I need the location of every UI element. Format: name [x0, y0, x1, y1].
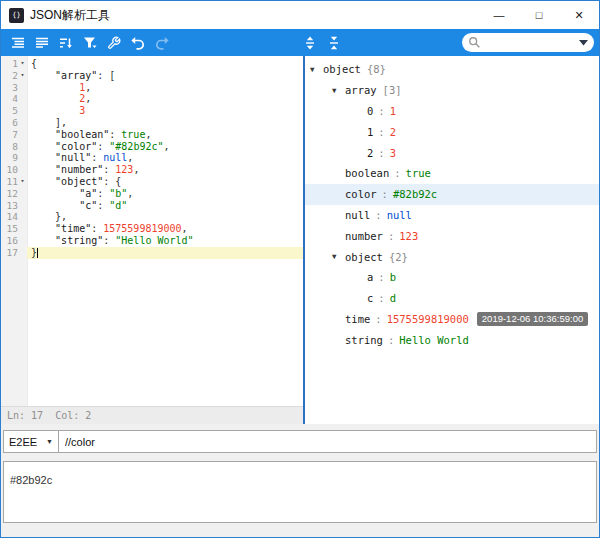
editor-line[interactable]: 1▾{	[1, 58, 303, 70]
json-code-editor[interactable]: 1▾{2▾ "array": [3 1,4 2,5 36 ],7 "boolea…	[1, 56, 303, 424]
line-number: 7	[1, 129, 18, 141]
tree-key[interactable]: 1	[367, 126, 373, 138]
fold-toggle-icon[interactable]: ▾	[18, 58, 27, 70]
editor-line[interactable]: 2▾ "array": [	[1, 70, 303, 82]
tree-value[interactable]: 2	[390, 126, 396, 138]
editor-line[interactable]: 14 },	[1, 211, 303, 223]
sort-button[interactable]	[54, 32, 77, 54]
code-token: ,	[145, 129, 151, 140]
tree-row[interactable]: 0:1	[305, 101, 599, 122]
tree-key[interactable]: color	[345, 188, 377, 200]
collapse-node-icon[interactable]: ▼	[331, 86, 345, 95]
close-button[interactable]: ✕	[559, 1, 599, 29]
tree-row[interactable]: ▼object{8}	[305, 59, 599, 80]
editor-line[interactable]: 13 "c": "d"	[1, 200, 303, 212]
code-line: "number": 123,	[27, 164, 303, 176]
line-number: 8	[1, 141, 18, 153]
search-box[interactable]	[462, 33, 594, 52]
tree-row[interactable]: ▼object{2}	[305, 246, 599, 267]
tree-value[interactable]: b	[390, 271, 396, 283]
tree-value[interactable]: 123	[399, 230, 418, 242]
tree-row[interactable]: ▼array[3]	[305, 80, 599, 101]
tree-row[interactable]: c:d	[305, 288, 599, 309]
tree-key[interactable]: 0	[367, 105, 373, 117]
tree-value[interactable]: true	[406, 167, 431, 179]
tree-key[interactable]: boolean	[345, 167, 389, 179]
json-tree-view[interactable]: ▼object{8}▼array[3]0:11:22:3boolean:true…	[305, 56, 599, 424]
line-number: 6	[1, 117, 18, 129]
collapse-all-button[interactable]	[322, 32, 345, 54]
tree-value[interactable]: d	[390, 292, 396, 304]
repair-button[interactable]	[102, 32, 125, 54]
editor-line[interactable]: 12 "a": "b",	[1, 188, 303, 200]
tree-row[interactable]: time:15755998190002019-12-06 10:36:59:00	[305, 309, 599, 330]
text-cursor	[37, 248, 38, 258]
editor-line[interactable]: 4 2,	[1, 93, 303, 105]
tree-key[interactable]: array	[345, 84, 377, 96]
maximize-button[interactable]: □	[519, 1, 559, 29]
tree-value[interactable]: Hello World	[399, 334, 469, 346]
editor-lines[interactable]: 1▾{2▾ "array": [3 1,4 2,5 36 ],7 "boolea…	[1, 56, 303, 406]
tree-key[interactable]: object	[323, 63, 361, 75]
line-number: 16	[1, 235, 18, 247]
editor-line[interactable]: 8 "color": "#82b92c",	[1, 141, 303, 153]
tree-row[interactable]: color:#82b92c	[305, 184, 599, 205]
tree-key[interactable]: string	[345, 334, 383, 346]
search-options-dropdown-icon[interactable]	[579, 40, 588, 46]
minimize-button[interactable]: —	[479, 1, 519, 29]
code-token: true	[121, 129, 145, 140]
editor-line[interactable]: 10 "number": 123,	[1, 164, 303, 176]
editor-line[interactable]: 17}	[1, 247, 303, 259]
tree-separator: :	[378, 147, 384, 159]
tree-row[interactable]: null:null	[305, 205, 599, 226]
editor-line[interactable]: 7 "boolean": true,	[1, 129, 303, 141]
tree-row[interactable]: boolean:true	[305, 163, 599, 184]
editor-line[interactable]: 16 "string": "Hello World"	[1, 235, 303, 247]
tree-value[interactable]: 1	[390, 105, 396, 117]
editor-line[interactable]: 11▾ "object": {	[1, 176, 303, 188]
redo-button[interactable]	[150, 32, 173, 54]
tree-value[interactable]: 3	[390, 147, 396, 159]
search-input[interactable]	[481, 37, 579, 49]
collapse-node-icon[interactable]: ▼	[331, 252, 345, 261]
code-token	[31, 188, 79, 199]
editor-line[interactable]: 9 "null": null,	[1, 152, 303, 164]
tree-key[interactable]: 2	[367, 147, 373, 159]
titlebar[interactable]: {} JSON解析工具 — □ ✕	[1, 1, 599, 29]
filter-button[interactable]	[78, 32, 101, 54]
tree-key[interactable]: c	[367, 292, 373, 304]
tree-row[interactable]: a:b	[305, 267, 599, 288]
tree-key[interactable]: time	[345, 313, 370, 325]
tree-key[interactable]: number	[345, 230, 383, 242]
editor-line[interactable]: 15 "time": 1575599819000,	[1, 223, 303, 235]
tree-key[interactable]: null	[345, 209, 370, 221]
collapse-node-icon[interactable]: ▼	[309, 65, 323, 74]
tree-row[interactable]: 2:3	[305, 142, 599, 163]
window-controls: — □ ✕	[479, 1, 599, 29]
fold-toggle-icon[interactable]: ▾	[18, 70, 27, 82]
tree-key[interactable]: object	[345, 251, 383, 263]
editor-line[interactable]: 3 1,	[1, 82, 303, 94]
editor-line[interactable]: 5 3	[1, 105, 303, 117]
tree-value[interactable]: #82b92c	[393, 188, 437, 200]
compact-button[interactable]	[30, 32, 53, 54]
editor-statusbar: Ln: 17 Col: 2	[1, 406, 303, 424]
query-bar: E2EE ▼	[3, 430, 597, 453]
tree-value[interactable]: null	[387, 209, 412, 221]
editor-line[interactable]: 6 ],	[1, 117, 303, 129]
line-number: 11	[1, 176, 18, 188]
query-mode-select[interactable]: E2EE ▼	[3, 430, 59, 453]
expand-all-icon	[303, 36, 317, 50]
line-number-gutter: 11▾	[1, 176, 27, 188]
expand-all-button[interactable]	[298, 32, 321, 54]
format-button[interactable]	[6, 32, 29, 54]
tree-row[interactable]: number:123	[305, 225, 599, 246]
tree-value[interactable]: 1575599819000	[387, 313, 469, 325]
fold-toggle-icon[interactable]: ▾	[18, 176, 27, 188]
query-path-input[interactable]	[59, 430, 597, 453]
undo-button[interactable]	[126, 32, 149, 54]
tree-row[interactable]: 1:2	[305, 121, 599, 142]
tree-row[interactable]: string:Hello World	[305, 329, 599, 350]
code-line: "time": 1575599819000,	[27, 223, 303, 235]
tree-key[interactable]: a	[367, 271, 373, 283]
